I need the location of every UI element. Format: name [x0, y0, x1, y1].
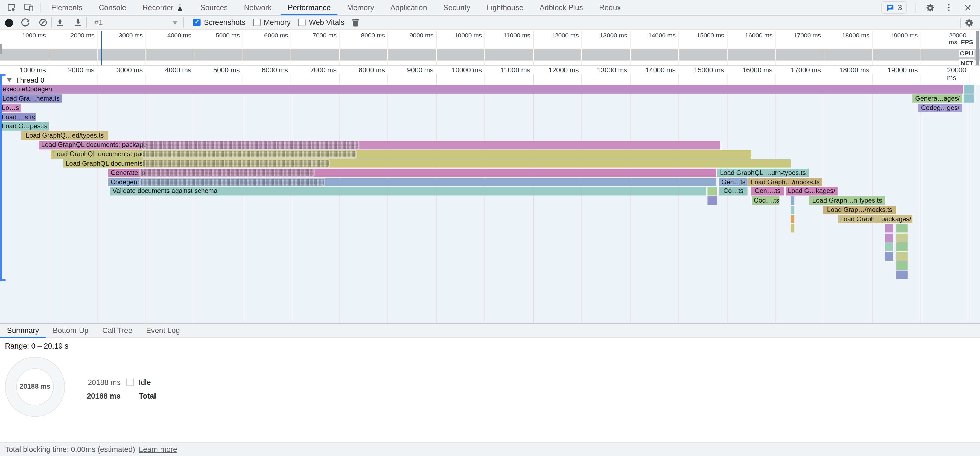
flame-bar-fragment[interactable]	[791, 196, 794, 205]
clear-recording-icon[interactable]	[37, 16, 49, 29]
checkbox-unchecked-icon[interactable]	[253, 19, 260, 26]
load-profile-icon[interactable]	[54, 16, 67, 29]
flame-bar[interactable]: Load Graph…n-types.ts	[810, 196, 885, 205]
checkbox-checked-icon[interactable]	[193, 19, 200, 26]
gridline	[194, 49, 194, 60]
drawer-tab-call-tree[interactable]: Call Tree	[95, 324, 139, 337]
delete-recording-icon[interactable]	[350, 16, 362, 29]
flame-bar-fragment[interactable]	[791, 224, 794, 233]
learn-more-link[interactable]: Learn more	[139, 445, 177, 454]
tab-application[interactable]: Application	[382, 0, 435, 15]
gridline	[387, 49, 388, 60]
divider	[960, 18, 961, 28]
flame-bar-fragment[interactable]	[707, 196, 717, 205]
tab-lighthouse[interactable]: Lighthouse	[479, 0, 531, 15]
flame-bar[interactable]: Load GraphQL documents: pac	[51, 150, 751, 158]
flame-bar[interactable]: Load Grap…/mocks.ts	[823, 206, 896, 214]
flame-bar[interactable]: Codeg…ges/	[918, 103, 963, 112]
overview-playhead[interactable]	[100, 31, 102, 65]
flame-bar-fragment[interactable]	[896, 252, 908, 261]
flame-bar-fragment[interactable]	[885, 234, 893, 242]
flame-bar[interactable]: executeCodegen	[0, 85, 963, 94]
flame-bar-fragment[interactable]	[885, 243, 893, 251]
device-toolbar-icon[interactable]	[22, 2, 35, 14]
checkbox-web-vitals[interactable]: Web Vitals	[298, 18, 344, 27]
flame-bar[interactable]: Load Gra…hema.ts	[0, 94, 62, 103]
inspect-element-icon[interactable]	[5, 2, 18, 14]
tab-label: Memory	[347, 3, 374, 12]
vertical-scrollbar-thumb[interactable]	[975, 31, 980, 65]
tab-memory[interactable]: Memory	[339, 0, 382, 15]
tab-adblock-plus[interactable]: Adblock Plus	[531, 0, 591, 15]
tab-label: Performance	[288, 3, 331, 12]
flame-bar[interactable]: Generate: p	[108, 168, 716, 177]
flame-bar[interactable]: Load …s.ts	[0, 113, 35, 121]
flame-bar[interactable]: Codegen:	[108, 178, 716, 186]
flame-bar-fragment[interactable]	[964, 85, 974, 94]
settings-gear-icon[interactable]	[924, 2, 936, 14]
flame-bar[interactable]: Load G…pes.ts	[0, 122, 49, 131]
tab-sources[interactable]: Sources	[192, 0, 236, 15]
ruler-tick-label: 10000 ms	[452, 66, 482, 73]
ruler-tick-label: 16000 ms	[742, 66, 772, 73]
reload-and-record-icon[interactable]	[19, 16, 32, 29]
drawer-tab-event-log[interactable]: Event Log	[139, 324, 187, 337]
flame-bar[interactable]: Validate documents against schema	[110, 187, 706, 195]
flame-bar[interactable]: Cod….ts	[752, 196, 780, 205]
flame-chart[interactable]: 1000 ms2000 ms3000 ms4000 ms5000 ms6000 …	[0, 66, 980, 323]
flame-bar[interactable]: Load G…kages/	[786, 187, 838, 195]
flame-bar-fragment[interactable]	[707, 187, 717, 195]
flame-bar[interactable]: Gen…ts	[719, 178, 748, 186]
capture-settings-gear-icon[interactable]	[963, 17, 975, 29]
flame-bar-label: Load Gra…hema.ts	[2, 94, 59, 102]
timeline-overview[interactable]: 1000 ms2000 ms3000 ms4000 ms5000 ms6000 …	[0, 31, 980, 66]
flame-bar-fragment[interactable]	[896, 261, 908, 270]
thread-header[interactable]: Thread 0	[7, 76, 44, 84]
flame-bar-fragment[interactable]	[964, 94, 974, 103]
flame-bar[interactable]: Lo…s	[0, 103, 21, 112]
tab-security[interactable]: Security	[435, 0, 479, 15]
flame-bar[interactable]: Load Graph…/mocks.ts	[748, 178, 822, 186]
flame-bar[interactable]: Load GraphQL …urn-types.ts	[717, 168, 809, 177]
record-button[interactable]	[5, 18, 13, 27]
ruler-tick-label: 6000 ms	[262, 66, 288, 73]
flame-bar-fragment[interactable]	[885, 252, 893, 261]
close-icon[interactable]	[961, 2, 974, 14]
tab-console[interactable]: Console	[91, 0, 134, 15]
flame-bar[interactable]: Load GraphQL documents:	[63, 159, 791, 168]
drawer-tab-bottom-up[interactable]: Bottom-Up	[46, 324, 95, 337]
fps-lane-label: FPS	[960, 39, 975, 46]
issues-button[interactable]: 3	[881, 2, 907, 14]
flame-bar-fragment[interactable]	[791, 206, 794, 214]
tab-recorder[interactable]: Recorder	[135, 0, 192, 15]
blocking-time-text: Total blocking time: 0.00ms (estimated)	[5, 445, 135, 454]
flame-bar-fragment[interactable]	[896, 234, 908, 242]
flame-bar-fragment[interactable]	[885, 224, 893, 233]
tab-network[interactable]: Network	[236, 0, 280, 15]
flame-bar[interactable]: Gen….ts	[751, 187, 784, 195]
history-select[interactable]: #1	[94, 18, 177, 27]
overview-left-handle[interactable]	[0, 44, 2, 54]
checkbox-screenshots[interactable]: Screenshots	[193, 18, 245, 27]
legend-value: 20188 ms	[83, 392, 121, 400]
flame-bar[interactable]: Load GraphQ…ed/types.ts	[21, 132, 108, 140]
tab-elements[interactable]: Elements	[43, 0, 91, 15]
flame-bar-fragment[interactable]	[896, 243, 908, 251]
flame-bar[interactable]: Co…ts	[719, 187, 748, 195]
checkbox-unchecked-icon[interactable]	[298, 19, 305, 26]
gridline	[533, 49, 533, 60]
tab-redux[interactable]: Redux	[591, 0, 629, 15]
save-profile-icon[interactable]	[72, 16, 84, 29]
flame-bar-fragment[interactable]	[896, 224, 908, 233]
flame-bar-fragment[interactable]	[896, 271, 908, 279]
overview-tick-label: 4000 ms	[167, 32, 191, 39]
flame-bar[interactable]: Load Graph…packages/	[838, 215, 912, 223]
tab-performance[interactable]: Performance	[280, 0, 339, 15]
flame-bar[interactable]: Load GraphQL documents: package	[39, 140, 720, 149]
flame-bar-fragment[interactable]	[791, 215, 794, 223]
checkbox-memory[interactable]: Memory	[253, 18, 291, 27]
drawer-tab-summary[interactable]: Summary	[0, 324, 46, 337]
flame-bar[interactable]: Genera…ages/	[912, 94, 963, 103]
more-options-icon[interactable]	[943, 2, 955, 14]
gridline	[823, 49, 824, 60]
